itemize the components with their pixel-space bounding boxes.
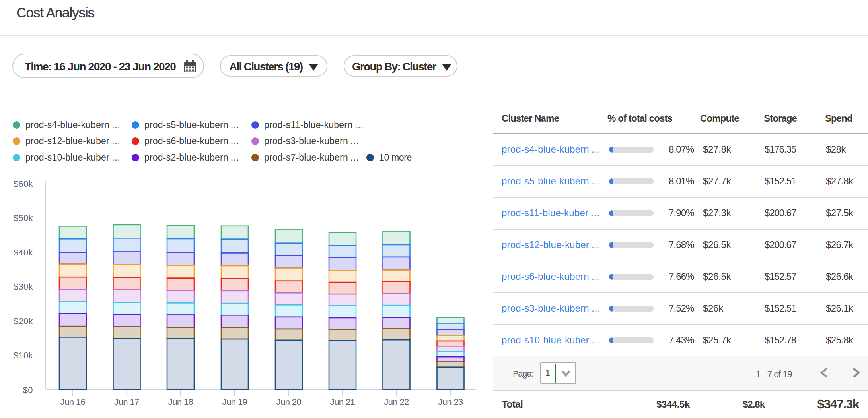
- svg-text:$30k: $30k: [14, 282, 33, 292]
- svg-text:Jun 16: Jun 16: [60, 397, 86, 407]
- svg-text:$0: $0: [23, 385, 33, 395]
- svg-text:$20k: $20k: [14, 316, 33, 326]
- svg-text:Jun 20: Jun 20: [276, 397, 302, 407]
- svg-text:Jun 21: Jun 21: [330, 397, 355, 407]
- svg-text:$60k: $60k: [14, 179, 33, 189]
- svg-text:Jun 19: Jun 19: [222, 397, 247, 407]
- svg-text:Jun 17: Jun 17: [114, 397, 139, 407]
- svg-text:Jun 22: Jun 22: [384, 397, 409, 407]
- svg-text:$10k: $10k: [14, 350, 33, 360]
- svg-text:Jun 23: Jun 23: [438, 397, 463, 407]
- svg-text:Jun 18: Jun 18: [168, 397, 193, 407]
- svg-text:$50k: $50k: [14, 213, 33, 223]
- svg-text:$40k: $40k: [14, 248, 33, 257]
